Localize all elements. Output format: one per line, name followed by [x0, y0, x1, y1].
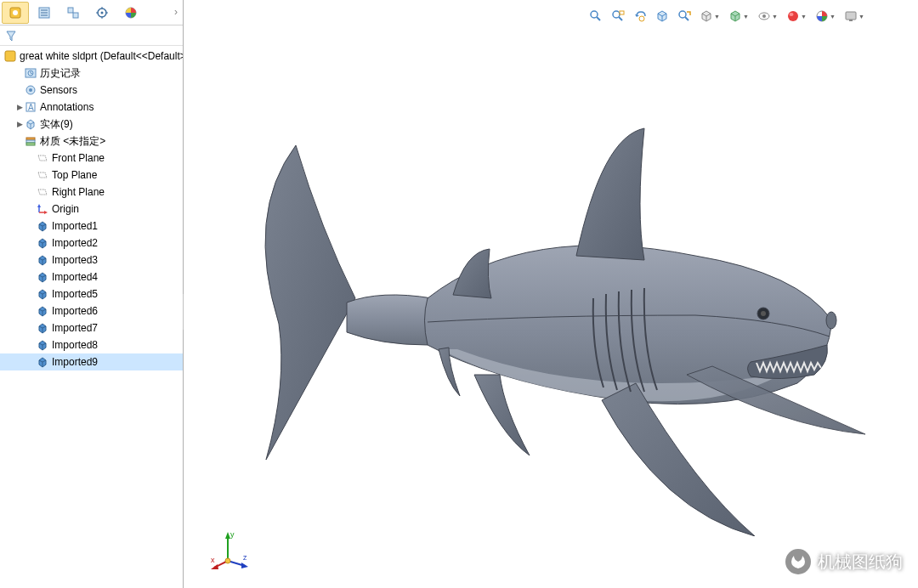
chevron-down-icon: ▼ — [801, 14, 807, 20]
tree-item[interactable]: Imported4 — [0, 269, 183, 286]
tab-dimxpert[interactable] — [88, 2, 116, 24]
model-render — [226, 59, 892, 537]
appearance-icon — [786, 9, 800, 23]
import-icon — [36, 287, 49, 301]
tree-item[interactable]: Imported5 — [0, 286, 183, 302]
filter-icon[interactable] — [5, 30, 17, 42]
svg-rect-7 — [73, 13, 78, 18]
tree-item-label: Imported2 — [52, 237, 98, 249]
annotation-icon: A — [24, 100, 37, 114]
tree-item[interactable]: Sensors — [0, 82, 183, 99]
zoom-fit-button[interactable] — [586, 7, 605, 25]
tree-item-label: Front Plane — [52, 152, 105, 164]
render-button[interactable]: ▼ — [842, 7, 867, 25]
prev-view-button[interactable] — [631, 7, 649, 25]
svg-point-19 — [29, 88, 32, 92]
tree-item[interactable]: Imported2 — [0, 235, 183, 252]
tree-item-label: Imported7 — [52, 322, 98, 334]
svg-marker-27 — [37, 204, 41, 207]
hide-show-button[interactable]: ▼ — [726, 7, 751, 25]
section-button[interactable] — [653, 7, 672, 25]
svg-point-47 — [761, 311, 766, 316]
config-manager-icon — [66, 6, 80, 20]
shark-model-icon — [236, 60, 882, 536]
svg-line-34 — [619, 17, 622, 20]
tree-item-label: Imported4 — [52, 271, 98, 283]
chevron-down-icon: ▼ — [830, 14, 836, 20]
tree-item[interactable]: Top Plane — [0, 167, 183, 184]
svg-rect-6 — [68, 8, 73, 13]
svg-text:A: A — [28, 103, 34, 112]
display-style-icon — [700, 9, 713, 23]
svg-point-36 — [639, 16, 644, 21]
svg-marker-52 — [211, 564, 218, 569]
tree-item-label: 材质 <未指定> — [40, 134, 105, 149]
watermark-icon — [785, 549, 811, 574]
tree-item[interactable]: Imported3 — [0, 252, 183, 269]
tree-item[interactable]: Imported9 — [0, 353, 183, 370]
history-icon — [24, 66, 37, 80]
dimxpert-icon — [95, 6, 109, 20]
svg-rect-35 — [620, 11, 624, 14]
zoom-area-icon — [611, 9, 625, 23]
svg-rect-24 — [26, 143, 35, 145]
tree-item[interactable]: ▶AAnnotations — [0, 99, 183, 116]
part-icon — [3, 49, 17, 63]
svg-point-41 — [788, 11, 798, 21]
tab-property-manager[interactable] — [31, 2, 58, 24]
tree-item[interactable]: Imported8 — [0, 336, 183, 353]
scene-button[interactable]: ▼ — [813, 7, 838, 25]
svg-point-9 — [101, 11, 104, 14]
solid-icon — [24, 117, 37, 131]
orientation-triad[interactable]: y x z — [209, 529, 252, 571]
feature-tree[interactable]: great white sldprt (Default<<Default> 历史… — [0, 46, 183, 588]
tree-caret[interactable]: ▶ — [15, 103, 24, 111]
tree-item-label: Imported9 — [52, 356, 98, 368]
zoom-area-button[interactable] — [609, 7, 627, 25]
svg-point-31 — [591, 11, 598, 18]
tree-item[interactable]: Origin — [0, 201, 183, 218]
svg-marker-54 — [241, 563, 248, 568]
property-manager-icon — [37, 6, 51, 20]
tab-feature-manager[interactable] — [2, 2, 29, 24]
hide-show-types-button[interactable]: ▼ — [755, 7, 780, 25]
tree-item-label: Imported5 — [52, 288, 98, 300]
zoom-fit-icon — [589, 9, 603, 23]
appearance-button[interactable]: ▼ — [784, 7, 809, 25]
tree-item[interactable]: Imported7 — [0, 319, 183, 336]
svg-point-1 — [13, 10, 18, 15]
material-icon — [24, 134, 37, 148]
tree-root[interactable]: great white sldprt (Default<<Default> — [0, 48, 183, 65]
svg-point-37 — [679, 11, 686, 18]
feature-manager-icon — [8, 6, 22, 20]
origin-icon — [36, 202, 49, 216]
svg-rect-44 — [846, 12, 856, 20]
tab-display-manager[interactable] — [117, 2, 144, 24]
render-icon — [844, 9, 858, 23]
tree-item[interactable]: Imported6 — [0, 302, 183, 319]
svg-point-40 — [762, 14, 766, 18]
import-icon — [36, 304, 49, 318]
tree-item[interactable]: Right Plane — [0, 184, 183, 201]
svg-line-38 — [685, 17, 688, 20]
tree-caret[interactable]: ▶ — [15, 120, 24, 128]
tree-item[interactable]: ▶实体(9) — [0, 116, 183, 133]
tree-item[interactable]: 历史记录 — [0, 65, 183, 82]
tree-item[interactable]: Front Plane — [0, 150, 183, 167]
tree-item[interactable]: Imported1 — [0, 218, 183, 235]
cube-icon — [728, 9, 742, 23]
svg-marker-28 — [44, 211, 48, 214]
panel-expand-arrow[interactable]: › — [174, 6, 178, 18]
view-orient-button[interactable] — [675, 7, 694, 25]
display-style-button[interactable]: ▼ — [697, 7, 722, 25]
tree-item[interactable]: 材质 <未指定> — [0, 133, 183, 150]
triad-z-label: z — [243, 553, 247, 562]
svg-point-48 — [826, 312, 836, 329]
viewport-3d[interactable]: ▼ ▼ ▼ ▼ ▼ ▼ — [184, 0, 918, 588]
tree-item-label: Imported6 — [52, 305, 98, 317]
tree-item-label: Imported3 — [52, 254, 98, 266]
tab-config-manager[interactable] — [60, 2, 87, 24]
section-icon — [655, 9, 669, 23]
import-icon — [36, 270, 49, 284]
tree-item-label: Right Plane — [52, 186, 105, 198]
